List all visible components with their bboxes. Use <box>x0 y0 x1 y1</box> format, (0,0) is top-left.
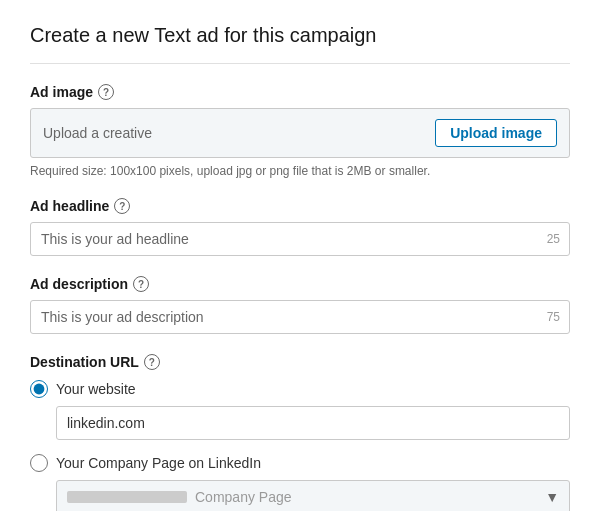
ad-headline-char-count: 25 <box>547 232 560 246</box>
website-url-input[interactable] <box>56 406 570 440</box>
upload-image-button[interactable]: Upload image <box>435 119 557 147</box>
ad-description-input[interactable] <box>30 300 570 334</box>
ad-image-section: Ad image ? Upload a creative Upload imag… <box>30 84 570 178</box>
destination-url-label: Destination URL ? <box>30 354 570 370</box>
destination-url-section: Destination URL ? Your website Your Comp… <box>30 354 570 511</box>
upload-hint: Required size: 100x100 pixels, upload jp… <box>30 164 570 178</box>
ad-description-char-count: 75 <box>547 310 560 324</box>
ad-description-label: Ad description ? <box>30 276 570 292</box>
ad-image-label: Ad image ? <box>30 84 570 100</box>
ad-headline-help-icon[interactable]: ? <box>114 198 130 214</box>
ad-headline-input[interactable] <box>30 222 570 256</box>
ad-description-help-icon[interactable]: ? <box>133 276 149 292</box>
chevron-down-icon: ▼ <box>545 489 559 505</box>
ad-headline-input-wrapper: 25 <box>30 222 570 256</box>
ad-image-help-icon[interactable]: ? <box>98 84 114 100</box>
company-page-radio-option[interactable]: Your Company Page on LinkedIn <box>30 454 570 472</box>
ad-headline-label: Ad headline ? <box>30 198 570 214</box>
company-page-label: Company Page <box>195 489 545 505</box>
destination-url-help-icon[interactable]: ? <box>144 354 160 370</box>
company-page-radio-label[interactable]: Your Company Page on LinkedIn <box>56 455 261 471</box>
website-radio-option[interactable]: Your website <box>30 380 570 398</box>
website-radio-input[interactable] <box>30 380 48 398</box>
company-page-radio-input[interactable] <box>30 454 48 472</box>
ad-description-input-wrapper: 75 <box>30 300 570 334</box>
ad-description-section: Ad description ? 75 <box>30 276 570 334</box>
upload-placeholder: Upload a creative <box>43 125 152 141</box>
page-container: Create a new Text ad for this campaign A… <box>0 0 600 511</box>
upload-box: Upload a creative Upload image <box>30 108 570 158</box>
ad-headline-section: Ad headline ? 25 <box>30 198 570 256</box>
blurred-company-name <box>67 491 187 503</box>
company-page-select-wrapper: Company Page ▼ <box>56 480 570 511</box>
company-page-placeholder[interactable]: Company Page ▼ <box>56 480 570 511</box>
page-title: Create a new Text ad for this campaign <box>30 24 570 64</box>
website-radio-label[interactable]: Your website <box>56 381 136 397</box>
